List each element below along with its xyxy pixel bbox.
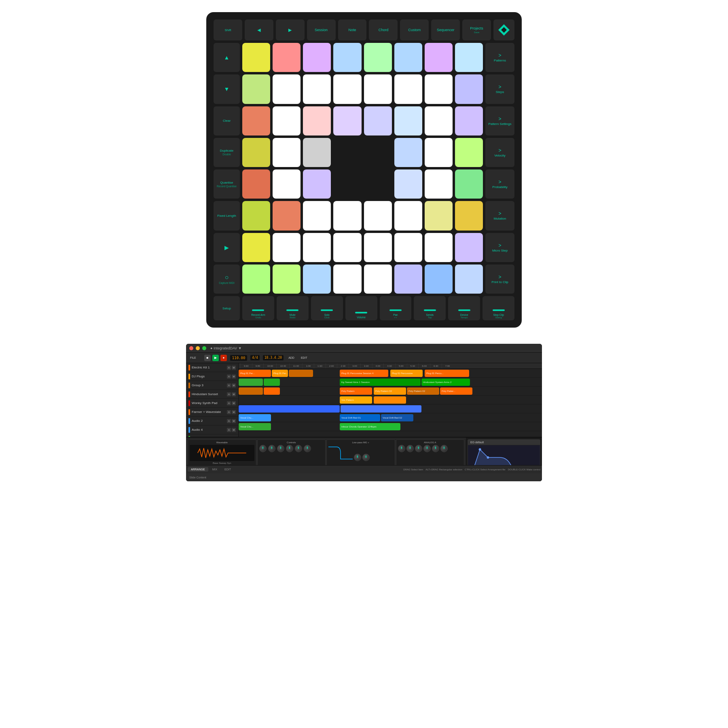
clip-9[interactable]: Hindustani System Arms 2 xyxy=(421,379,470,386)
shift-button[interactable]: Shift xyxy=(214,19,242,40)
clip-18[interactable] xyxy=(239,405,340,413)
pad-r3-c1[interactable] xyxy=(273,138,301,167)
knob-6[interactable] xyxy=(304,445,311,452)
track-arm-7[interactable]: A xyxy=(227,428,231,432)
pad-r1-c6[interactable] xyxy=(425,74,453,104)
pad-r5-c2[interactable] xyxy=(303,201,331,230)
pad-r4-c5[interactable] xyxy=(394,169,422,199)
pad-r0-c0[interactable] xyxy=(242,43,270,72)
pad-r2-c6[interactable] xyxy=(425,106,453,135)
edit-menu[interactable]: EDIT xyxy=(299,356,309,360)
right-btn-3[interactable]: >Velocity xyxy=(485,138,514,167)
track-item-4[interactable]: Wonky Synth Pad A M xyxy=(186,399,238,408)
play-button[interactable]: ▶ xyxy=(214,233,240,262)
fader-btn-0[interactable]: Record Arm Undo xyxy=(242,296,274,320)
clip-17[interactable] xyxy=(374,396,406,404)
position-display[interactable]: 18.3.4.20 xyxy=(263,355,284,360)
clip-20[interactable]: Vocal Chu... xyxy=(239,414,271,421)
pad-r1-c3[interactable] xyxy=(333,74,361,104)
analog-knob-6[interactable] xyxy=(440,445,448,452)
chord-button[interactable]: Chord xyxy=(369,19,398,40)
right-btn-5[interactable]: >Mutation xyxy=(485,201,514,230)
analog-knob-3[interactable] xyxy=(415,445,422,452)
pad-r1-c2[interactable] xyxy=(303,74,331,104)
right-btn-2[interactable]: >Pattern Settings xyxy=(485,106,514,135)
pad-r3-c5[interactable] xyxy=(394,138,422,167)
clip-3[interactable]: Plug 01 Percussive Session 4 xyxy=(340,370,388,377)
track-mute-5[interactable]: M xyxy=(232,410,236,414)
track-mute-4[interactable]: M xyxy=(232,401,236,405)
knob-1[interactable] xyxy=(259,445,267,452)
filter-knob-2[interactable] xyxy=(362,454,370,461)
note-button[interactable]: Note xyxy=(338,19,367,40)
pad-r3-c7[interactable] xyxy=(455,138,483,167)
clip-16[interactable]: Voc Pattern xyxy=(340,396,372,404)
pad-r4-c1[interactable] xyxy=(273,169,301,199)
pad-r7-c5[interactable] xyxy=(394,265,422,294)
analog-knob-1[interactable] xyxy=(398,445,405,452)
pad-r1-c7[interactable] xyxy=(455,74,483,104)
pad-r5-c5[interactable] xyxy=(394,201,422,230)
fixed-length-button[interactable]: Fixed Length xyxy=(214,201,240,230)
knob-3[interactable] xyxy=(277,445,284,452)
pad-r4-c3[interactable] xyxy=(333,169,361,199)
pad-r2-c0[interactable] xyxy=(242,106,270,135)
pad-r5-c7[interactable] xyxy=(455,201,483,230)
pad-r1-c0[interactable] xyxy=(242,74,270,104)
pad-r1-c4[interactable] xyxy=(364,74,392,104)
left-arrow-button[interactable]: ◄ xyxy=(245,19,273,40)
knob-4[interactable] xyxy=(286,445,293,452)
pad-r2-c3[interactable] xyxy=(333,106,361,135)
pad-r5-c1[interactable] xyxy=(273,201,301,230)
fader-btn-5[interactable]: Sends Tap xyxy=(414,296,446,320)
pad-r3-c4[interactable] xyxy=(364,138,392,167)
fader-btn-7[interactable]: Stop Clip Swing xyxy=(483,296,514,320)
clip-8[interactable]: Eg Sweed Aims 1 Session xyxy=(340,379,421,386)
right-arrow-button[interactable]: ► xyxy=(276,19,305,40)
track-arm-3[interactable]: A xyxy=(227,392,231,396)
clip-15[interactable]: Poly Patter... xyxy=(440,387,472,395)
window-close-button[interactable] xyxy=(189,346,193,350)
analog-knob-5[interactable] xyxy=(432,445,439,452)
pad-r2-c4[interactable] xyxy=(364,106,392,135)
clip-13[interactable]: Poly Pattern 02 xyxy=(374,387,406,395)
pad-r0-c5[interactable] xyxy=(394,43,422,72)
clip-11[interactable] xyxy=(264,387,280,395)
pad-r6-c1[interactable] xyxy=(273,233,301,262)
pad-r7-c1[interactable] xyxy=(273,265,301,294)
up-arrow-button[interactable]: ▲ xyxy=(214,43,240,72)
duplicate-button[interactable]: Duplicate Double xyxy=(214,138,240,167)
clip-5[interactable]: Plug 01 Percu... xyxy=(425,370,469,377)
track-arm-1[interactable]: A xyxy=(227,375,231,379)
stop-button[interactable]: ■ xyxy=(204,355,211,361)
track-mute-6[interactable]: M xyxy=(232,419,236,423)
pad-r7-c7[interactable] xyxy=(455,265,483,294)
pad-r6-c3[interactable] xyxy=(333,233,361,262)
pad-r0-c1[interactable] xyxy=(273,43,301,72)
track-item-3[interactable]: Hindustani Sunset A M xyxy=(186,390,238,399)
pad-r4-c4[interactable] xyxy=(364,169,392,199)
track-item-1[interactable]: DJ Plugs A M xyxy=(186,372,238,381)
fader-btn-4[interactable]: Pan • • xyxy=(380,296,412,320)
record-transport-button[interactable]: ● xyxy=(220,355,227,361)
clip-6[interactable] xyxy=(239,379,263,386)
tab-mix[interactable]: MIX xyxy=(209,467,220,472)
quantise-button[interactable]: Quantise Record Quantise xyxy=(214,169,240,199)
fader-btn-2[interactable]: Solo Click xyxy=(311,296,343,320)
clip-21[interactable]: Vocal Drift Bed 01 xyxy=(340,414,380,421)
track-mute-1[interactable]: M xyxy=(232,375,236,379)
capture-midi-button[interactable]: ○ Capture MIDI xyxy=(214,265,240,294)
pad-r5-c0[interactable] xyxy=(242,201,270,230)
pad-r7-c4[interactable] xyxy=(364,265,392,294)
track-mute-0[interactable]: M xyxy=(232,366,236,370)
track-item-7[interactable]: Audio 4 A M xyxy=(186,425,238,434)
window-maximize-button[interactable] xyxy=(202,346,206,350)
pad-r7-c3[interactable] xyxy=(333,265,361,294)
right-btn-1[interactable]: >Steps xyxy=(485,74,514,104)
pad-r5-c4[interactable] xyxy=(364,201,392,230)
filter-knob-1[interactable] xyxy=(354,454,361,461)
track-item-6[interactable]: Audio 2 A M xyxy=(186,417,238,425)
knob-5[interactable] xyxy=(295,445,302,452)
pad-r0-c3[interactable] xyxy=(333,43,361,72)
pad-r7-c2[interactable] xyxy=(303,265,331,294)
